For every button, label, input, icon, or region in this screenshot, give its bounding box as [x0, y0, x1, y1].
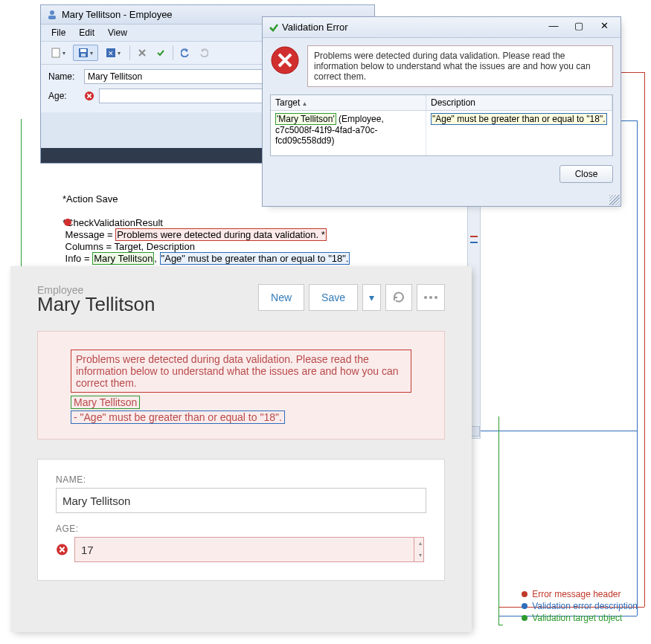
- validation-dialog-title: Validation Error: [282, 22, 348, 33]
- validation-dialog: Validation Error — ▢ ✕ Problems were det…: [262, 16, 621, 207]
- svg-rect-2: [52, 48, 60, 57]
- floppy-close-icon: ✕: [106, 48, 116, 58]
- legend-green: Validation target object: [522, 613, 638, 623]
- banner-target: Mary Tellitson: [71, 396, 140, 409]
- svg-rect-1: [48, 16, 56, 19]
- code-line: Columns = Target, Description: [62, 241, 479, 253]
- save-button[interactable]: Save: [309, 284, 358, 311]
- code-line: *Action Save: [62, 193, 479, 205]
- code-line: Message = Problems were detected during …: [62, 229, 479, 241]
- undo-button[interactable]: [177, 45, 193, 61]
- svg-point-12: [429, 296, 432, 299]
- name-input[interactable]: [56, 488, 426, 513]
- web-employee-panel: Employee Mary Tellitson New Save ▾ Probl…: [10, 266, 472, 632]
- check-icon: [269, 22, 279, 33]
- x-icon: [138, 48, 147, 57]
- page-title: Mary Tellitson: [37, 293, 155, 316]
- toolbar-sep: [129, 45, 130, 60]
- save-dropdown[interactable]: ▾: [362, 284, 381, 311]
- svg-point-11: [424, 296, 427, 299]
- col-target[interactable]: Target: [271, 95, 426, 110]
- validate-button[interactable]: [153, 45, 169, 61]
- redo-button[interactable]: [196, 45, 212, 61]
- close-window-button[interactable]: ✕: [594, 21, 615, 34]
- check-icon: [156, 48, 165, 57]
- save-button[interactable]: [73, 45, 98, 61]
- error-icon: [56, 543, 68, 556]
- more-button[interactable]: [417, 284, 445, 311]
- validation-grid: Target Description 'Mary Tellitson' (Emp…: [270, 94, 613, 156]
- delete-button[interactable]: [134, 45, 150, 61]
- resize-grip[interactable]: [609, 195, 620, 205]
- age-label: AGE:: [56, 524, 426, 534]
- age-label: Age:: [48, 91, 80, 101]
- banner-heading: Problems were detected during data valid…: [71, 350, 411, 393]
- redo-icon: [199, 48, 208, 57]
- floppy-icon: [78, 48, 89, 58]
- legend: Error message header Validation error de…: [522, 587, 638, 623]
- maximize-button[interactable]: ▢: [568, 21, 589, 34]
- banner-description: - "Age" must be greater than or equal to…: [71, 410, 285, 424]
- menu-file[interactable]: File: [45, 26, 71, 39]
- employee-window-title: Mary Tellitson - Employee: [62, 9, 173, 20]
- svg-point-0: [50, 10, 54, 15]
- undo-icon: [181, 48, 190, 57]
- script-code: *Action Save *CheckValidationResult Mess…: [62, 193, 479, 265]
- refresh-button[interactable]: [385, 284, 412, 311]
- svg-text:✕: ✕: [108, 50, 114, 57]
- validation-message: Problems were detected during data valid…: [307, 45, 613, 87]
- description-highlight: "Age" must be greater than or equal to "…: [160, 252, 350, 265]
- legend-blue: Validation error description: [522, 601, 638, 611]
- age-input[interactable]: [74, 537, 424, 562]
- svg-rect-4: [80, 49, 86, 52]
- menu-view[interactable]: View: [102, 26, 133, 39]
- svg-point-13: [434, 296, 437, 299]
- validation-dialog-titlebar[interactable]: Validation Error — ▢ ✕: [263, 17, 620, 38]
- code-line: Info = Mary Tellitson, "Age" must be gre…: [62, 253, 479, 265]
- validation-banner: Problems were detected during data valid…: [37, 331, 445, 439]
- col-description[interactable]: Description: [426, 95, 612, 110]
- employee-form: NAME: AGE: ▴▾: [37, 459, 445, 581]
- message-highlight: Problems were detected during data valid…: [115, 228, 327, 241]
- code-line: *CheckValidationResult: [62, 217, 479, 229]
- target-highlight: Mary Tellitson: [92, 252, 154, 265]
- person-icon: [47, 10, 57, 20]
- dots-icon: [423, 295, 438, 300]
- legend-red: Error message header: [522, 589, 638, 599]
- page-icon: [51, 48, 61, 58]
- grid-row[interactable]: 'Mary Tellitson' (Employee, c7c5008f-41f…: [271, 111, 612, 155]
- new-button[interactable]: New: [258, 284, 304, 311]
- refresh-icon: [392, 291, 405, 304]
- error-icon: [270, 45, 300, 75]
- svg-rect-5: [81, 54, 86, 57]
- breakpoint-icon[interactable]: [64, 219, 71, 226]
- age-spinner[interactable]: ▴▾: [414, 538, 426, 561]
- menu-edit[interactable]: Edit: [73, 26, 100, 39]
- target-name: 'Mary Tellitson': [275, 113, 336, 125]
- save-close-button[interactable]: ✕: [100, 45, 126, 61]
- new-button[interactable]: [45, 45, 71, 61]
- row-description: "Age" must be greater than or equal to "…: [431, 113, 607, 125]
- close-button[interactable]: Close: [559, 165, 613, 183]
- error-icon: [84, 91, 94, 101]
- name-label: Name:: [48, 71, 80, 82]
- toolbar-sep: [173, 45, 173, 60]
- minimize-button[interactable]: —: [543, 21, 564, 34]
- name-label: NAME:: [56, 474, 426, 485]
